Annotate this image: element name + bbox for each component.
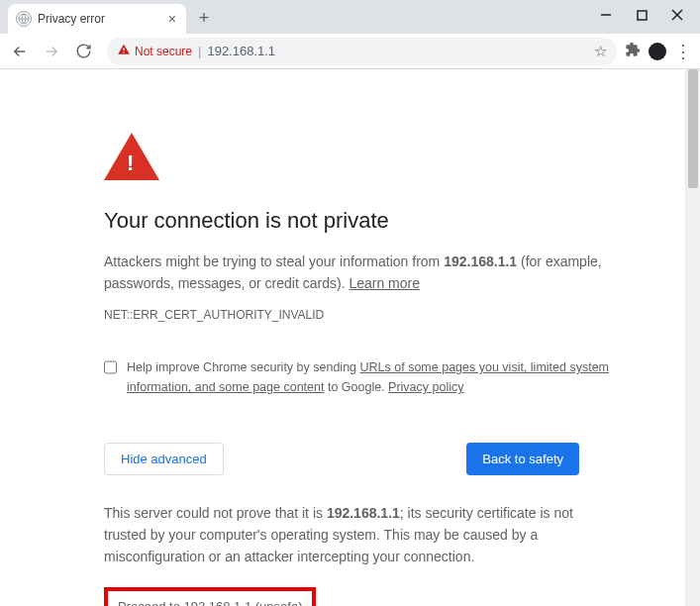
hide-advanced-button[interactable]: Hide advanced: [104, 443, 224, 475]
button-row: Hide advanced Back to safety: [104, 443, 579, 475]
warning-paragraph: Attackers might be trying to steal your …: [104, 252, 619, 294]
profile-avatar[interactable]: [649, 43, 666, 60]
advanced-explanation: This server could not prove that it is 1…: [104, 503, 589, 567]
new-tab-button[interactable]: +: [190, 4, 218, 32]
close-tab-icon[interactable]: ×: [166, 11, 178, 27]
close-window-icon[interactable]: [668, 6, 686, 24]
globe-icon: [16, 11, 32, 27]
extensions-icon[interactable]: [625, 42, 641, 61]
reload-button[interactable]: [71, 40, 95, 63]
opt-in-text: Help improve Chrome security by sending …: [127, 357, 619, 397]
bookmark-star-icon[interactable]: ☆: [594, 43, 607, 60]
svg-rect-6: [123, 51, 124, 52]
forward-button[interactable]: [40, 40, 63, 63]
proceed-highlight-box: Proceed to 192.168.1.1 (unsafe): [104, 587, 316, 606]
maximize-icon[interactable]: [633, 6, 650, 24]
security-label: Not secure: [135, 45, 192, 58]
browser-tab[interactable]: Privacy error ×: [8, 4, 186, 34]
svg-rect-2: [638, 11, 647, 20]
privacy-policy-link[interactable]: Privacy policy: [388, 380, 463, 394]
page-viewport: Your connection is not private Attackers…: [0, 69, 700, 606]
titlebar: Privacy error × +: [0, 0, 700, 34]
window-controls: [597, 0, 700, 24]
tab-title: Privacy error: [38, 12, 160, 26]
address-bar[interactable]: Not secure | 192.168.1.1 ☆: [107, 38, 617, 65]
back-button[interactable]: [8, 40, 32, 63]
security-indicator[interactable]: Not secure: [117, 43, 192, 59]
page-title: Your connection is not private: [104, 208, 619, 234]
address-divider: |: [198, 44, 201, 58]
large-warning-icon: [104, 133, 159, 180]
learn-more-link[interactable]: Learn more: [349, 275, 420, 291]
address-url: 192.168.1.1: [207, 44, 275, 58]
opt-in-checkbox[interactable]: [104, 360, 117, 374]
vertical-scrollbar[interactable]: [685, 69, 700, 606]
browser-toolbar: Not secure | 192.168.1.1 ☆ ⋮: [0, 34, 700, 69]
minimize-icon[interactable]: [597, 6, 615, 24]
warning-triangle-icon: [117, 43, 131, 59]
svg-rect-5: [123, 48, 124, 50]
back-to-safety-button[interactable]: Back to safety: [466, 443, 579, 475]
proceed-unsafe-link[interactable]: Proceed to 192.168.1.1 (unsafe): [118, 599, 302, 606]
ssl-error-interstitial: Your connection is not private Attackers…: [104, 69, 619, 606]
error-code: NET::ERR_CERT_AUTHORITY_INVALID: [104, 308, 619, 322]
opt-in-row: Help improve Chrome security by sending …: [104, 357, 619, 397]
menu-icon[interactable]: ⋮: [674, 43, 692, 60]
scrollbar-thumb[interactable]: [688, 69, 698, 188]
